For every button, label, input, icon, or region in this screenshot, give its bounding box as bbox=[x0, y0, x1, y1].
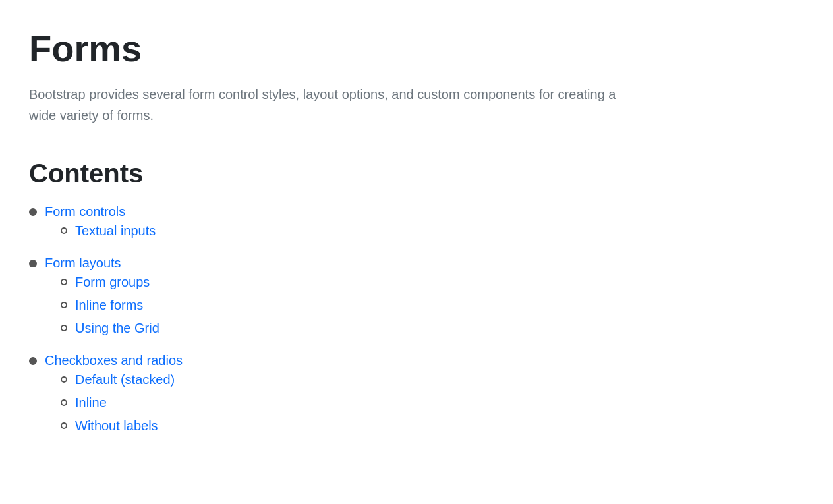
bullet-minor-icon bbox=[61, 302, 67, 308]
contents-list: Form controls Textual inputs Form layout… bbox=[29, 204, 804, 441]
sub-list-checkboxes-radios: Default (stacked) Inline Without labels bbox=[61, 372, 183, 434]
bullet-major-icon bbox=[29, 208, 37, 216]
link-using-the-grid[interactable]: Using the Grid bbox=[75, 321, 159, 336]
link-form-groups[interactable]: Form groups bbox=[75, 275, 150, 290]
list-item-using-the-grid: Using the Grid bbox=[61, 321, 159, 336]
link-default-stacked[interactable]: Default (stacked) bbox=[75, 372, 175, 387]
bullet-minor-icon bbox=[61, 422, 67, 429]
list-item-form-layouts: Form layouts Form groups Inline forms Us… bbox=[29, 256, 804, 344]
list-item-inline: Inline bbox=[61, 395, 183, 410]
bullet-minor-icon bbox=[61, 376, 67, 383]
bullet-minor-icon bbox=[61, 227, 67, 234]
list-item-form-groups: Form groups bbox=[61, 275, 159, 290]
bullet-minor-icon bbox=[61, 399, 67, 406]
list-item-inline-forms: Inline forms bbox=[61, 298, 159, 313]
link-inline[interactable]: Inline bbox=[75, 395, 107, 410]
sub-list-form-controls: Textual inputs bbox=[61, 223, 156, 238]
link-checkboxes-radios[interactable]: Checkboxes and radios bbox=[45, 353, 183, 368]
link-textual-inputs[interactable]: Textual inputs bbox=[75, 223, 156, 238]
page-description: Bootstrap provides several form control … bbox=[29, 84, 622, 126]
link-inline-forms[interactable]: Inline forms bbox=[75, 298, 143, 313]
list-item-form-controls: Form controls Textual inputs bbox=[29, 204, 804, 246]
page-title: Forms bbox=[29, 26, 804, 70]
list-item-default-stacked: Default (stacked) bbox=[61, 372, 183, 387]
list-item-textual-inputs: Textual inputs bbox=[61, 223, 156, 238]
link-form-layouts[interactable]: Form layouts bbox=[45, 256, 121, 270]
list-item-checkboxes-radios: Checkboxes and radios Default (stacked) … bbox=[29, 353, 804, 441]
link-form-controls[interactable]: Form controls bbox=[45, 204, 125, 219]
bullet-major-icon bbox=[29, 357, 37, 365]
bullet-minor-icon bbox=[61, 279, 67, 285]
contents-heading: Contents bbox=[29, 159, 804, 188]
link-without-labels[interactable]: Without labels bbox=[75, 418, 158, 434]
bullet-major-icon bbox=[29, 260, 37, 267]
bullet-minor-icon bbox=[61, 325, 67, 331]
list-item-without-labels: Without labels bbox=[61, 418, 183, 434]
sub-list-form-layouts: Form groups Inline forms Using the Grid bbox=[61, 275, 159, 336]
